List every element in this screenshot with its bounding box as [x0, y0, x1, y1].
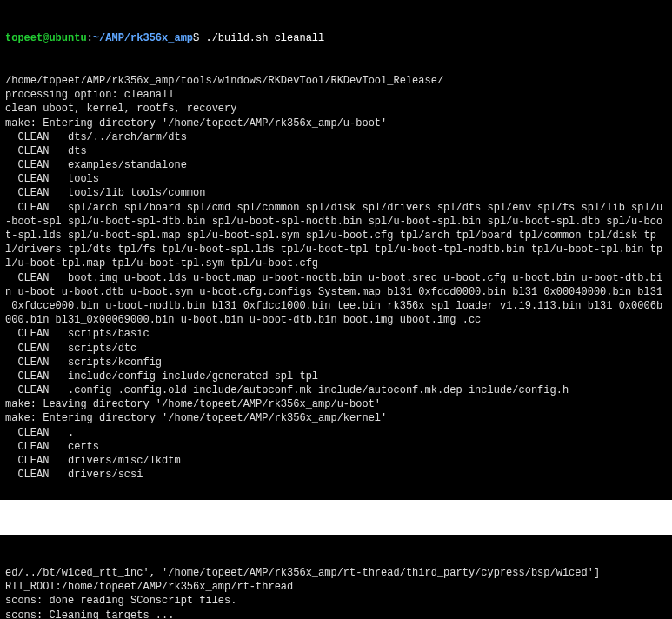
command-entered: ./build.sh cleanall	[199, 32, 324, 44]
output-line: /home/topeet/AMP/rk356x_amp/tools/window…	[5, 74, 667, 88]
output-line: processing option: cleanall	[5, 88, 667, 102]
output-line: make: Entering directory '/home/topeet/A…	[5, 411, 667, 425]
output-line: make: Leaving directory '/home/topeet/AM…	[5, 397, 667, 411]
prompt-line-1[interactable]: topeet@ubuntu:~/AMP/rk356x_amp$ ./build.…	[5, 31, 667, 45]
output-line: CLEAN spl/arch spl/board spl/cmd spl/com…	[5, 201, 667, 271]
output-line: RTT_ROOT:/home/topeet/AMP/rk356x_amp/rt-…	[5, 580, 667, 594]
output-line: CLEAN examples/standalone	[5, 158, 667, 172]
output-line: CLEAN certs	[5, 440, 667, 454]
prompt-user-host: topeet@ubuntu	[5, 32, 87, 44]
output-line: CLEAN .	[5, 426, 667, 440]
output-line: CLEAN drivers/misc/lkdtm	[5, 454, 667, 468]
output-line: CLEAN boot.img u-boot.lds u-boot.map u-b…	[5, 271, 667, 328]
output-line: CLEAN include/config include/generated s…	[5, 369, 667, 383]
image-gap	[0, 500, 672, 535]
output-line: clean uboot, kernel, rootfs, recovery	[5, 102, 667, 116]
output-line: make: Entering directory '/home/topeet/A…	[5, 116, 667, 130]
output-line: scons: done reading SConscript files.	[5, 594, 667, 608]
prompt-colon: :	[87, 32, 93, 44]
output-line: CLEAN tools/lib tools/common	[5, 186, 667, 200]
output-line: ed/../bt/wiced_rtt_inc', '/home/topeet/A…	[5, 566, 667, 580]
output-line: CLEAN dts/../arch/arm/dts	[5, 130, 667, 144]
prompt-path: ~/AMP/rk356x_amp	[93, 32, 193, 44]
output-line: CLEAN tools	[5, 172, 667, 186]
terminal-output-top: topeet@ubuntu:~/AMP/rk356x_amp$ ./build.…	[0, 0, 672, 500]
terminal-output-bottom: ed/../bt/wiced_rtt_inc', '/home/topeet/A…	[0, 535, 672, 619]
output-line: CLEAN scripts/kconfig	[5, 356, 667, 369]
output-line: CLEAN dts	[5, 144, 667, 158]
output-line: CLEAN drivers/scsi	[5, 468, 667, 482]
output-line: CLEAN scripts/basic	[5, 327, 667, 341]
output-line: scons: Cleaning targets ...	[5, 609, 667, 620]
output-line: CLEAN scripts/dtc	[5, 342, 667, 356]
output-line: CLEAN .config .config.old include/autoco…	[5, 383, 667, 397]
output-lines-top: /home/topeet/AMP/rk356x_amp/tools/window…	[5, 74, 667, 482]
output-lines-bottom: ed/../bt/wiced_rtt_inc', '/home/topeet/A…	[5, 566, 667, 619]
